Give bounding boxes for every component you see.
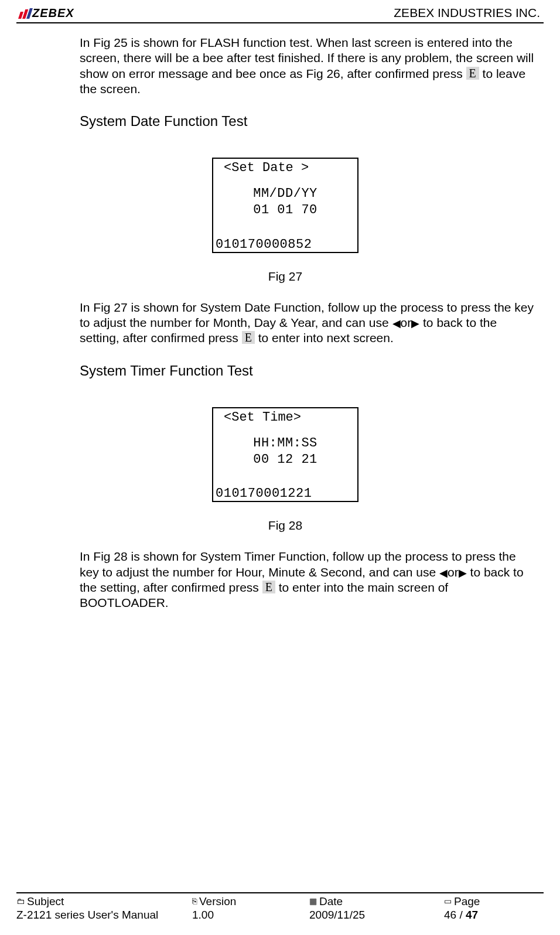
lcd-value: 00 12 21 bbox=[216, 452, 355, 468]
figure-28: <Set Time> HH:MM:SS 00 12 21 01017000122… bbox=[33, 407, 538, 533]
label-date: Date bbox=[319, 895, 343, 909]
logo-bars-icon bbox=[18, 8, 33, 19]
key-e-icon: E bbox=[242, 331, 255, 344]
page-footer: 🗀Subject Z-2121 series User's Manual ⎘Ve… bbox=[16, 892, 544, 923]
lcd-format: MM/DD/YY bbox=[216, 186, 355, 202]
lcd-barcode: 010170001221 bbox=[216, 468, 355, 501]
caption-fig28: Fig 28 bbox=[33, 518, 538, 533]
label-subject: Subject bbox=[27, 895, 64, 909]
logo: ZEBEX bbox=[20, 6, 74, 20]
calendar-icon: ▦ bbox=[309, 896, 317, 907]
lcd-barcode: 010170000852 bbox=[216, 219, 355, 252]
left-arrow-icon: ◀ bbox=[439, 567, 448, 579]
page-total: 47 bbox=[466, 909, 478, 921]
lcd-set-date: <Set Date > MM/DD/YY 01 01 70 0101700008… bbox=[212, 158, 358, 253]
label-page: Page bbox=[454, 895, 480, 909]
content-area: In Fig 25 is shown for FLASH function te… bbox=[16, 23, 544, 610]
right-arrow-icon: ▶ bbox=[459, 567, 467, 579]
label-version: Version bbox=[199, 895, 236, 909]
page-header: ZEBEX ZEBEX INDUSTRIES INC. bbox=[16, 6, 544, 22]
folder-icon: 🗀 bbox=[16, 896, 25, 907]
left-arrow-icon: ◀ bbox=[392, 318, 401, 329]
right-arrow-icon: ▶ bbox=[411, 318, 419, 329]
page-current: 46 bbox=[444, 909, 456, 921]
version-icon: ⎘ bbox=[192, 896, 197, 907]
or-word: or bbox=[448, 565, 459, 579]
key-e-icon: E bbox=[262, 581, 275, 593]
paragraph-flash: In Fig 25 is shown for FLASH function te… bbox=[80, 35, 538, 97]
value-subject: Z-2121 series User's Manual bbox=[16, 908, 192, 922]
heading-system-timer: System Timer Function Test bbox=[80, 363, 538, 379]
caption-fig27: Fig 27 bbox=[33, 269, 538, 284]
company-name: ZEBEX INDUSTRIES INC. bbox=[394, 6, 540, 20]
book-icon: ▭ bbox=[444, 896, 452, 907]
lcd-value: 01 01 70 bbox=[216, 202, 355, 219]
lcd-title: <Set Date > bbox=[216, 160, 355, 186]
figure-27: <Set Date > MM/DD/YY 01 01 70 0101700008… bbox=[33, 158, 538, 284]
lcd-format: HH:MM:SS bbox=[216, 435, 355, 452]
para2-text-c: to enter into next screen. bbox=[255, 331, 394, 344]
or-word: or bbox=[401, 316, 412, 329]
heading-system-date: System Date Function Test bbox=[80, 113, 538, 129]
key-e-icon: E bbox=[466, 67, 479, 80]
paragraph-timer: In Fig 28 is shown for System Timer Func… bbox=[80, 549, 538, 610]
paragraph-date: In Fig 27 is shown for System Date Funct… bbox=[80, 300, 538, 346]
lcd-title: <Set Time> bbox=[216, 410, 355, 435]
value-page: 46 / 47 bbox=[444, 908, 544, 922]
value-date: 2009/11/25 bbox=[309, 908, 444, 922]
page-sep: / bbox=[456, 909, 466, 921]
logo-text: ZEBEX bbox=[32, 6, 74, 20]
value-version: 1.00 bbox=[192, 908, 309, 922]
lcd-set-time: <Set Time> HH:MM:SS 00 12 21 01017000122… bbox=[212, 407, 358, 503]
